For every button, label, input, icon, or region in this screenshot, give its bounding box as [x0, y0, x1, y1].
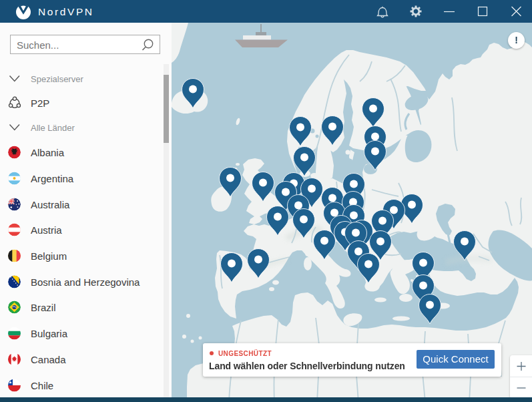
svg-text:NordVPN: NordVPN [38, 6, 94, 17]
